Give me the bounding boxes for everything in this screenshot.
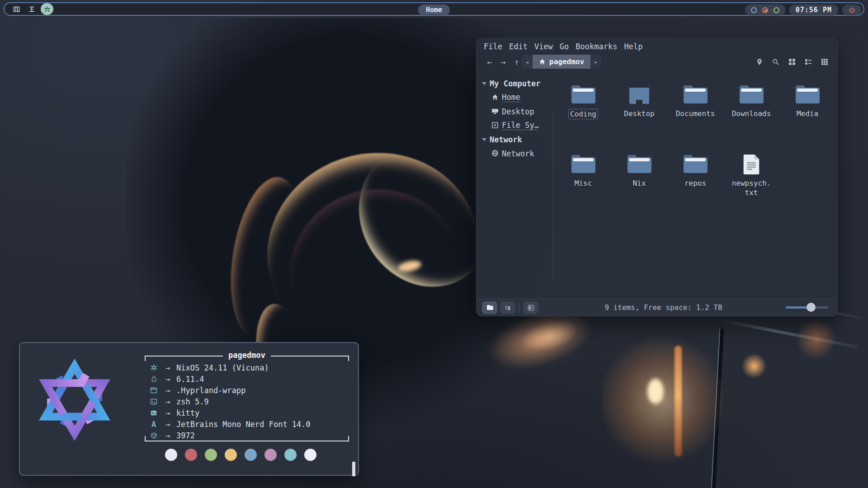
- file-manager-window: File Edit View Go Bookmarks Help ← → ↑ ◂…: [476, 38, 838, 316]
- path-scroll-right-icon[interactable]: ▸: [590, 58, 601, 66]
- sidebar-item-network[interactable]: Network: [476, 146, 553, 160]
- places-sidebar: My Computer Home Desktop: [476, 74, 553, 299]
- back-button[interactable]: ←: [483, 57, 496, 67]
- menu-file[interactable]: File: [484, 42, 502, 51]
- file-repos[interactable]: repos: [667, 153, 723, 223]
- workspace-switcher: [10, 3, 53, 15]
- side-pane-toggle[interactable]: [523, 301, 538, 314]
- file-label: Coding: [568, 109, 598, 119]
- arrow-glyph: →: [159, 431, 176, 440]
- path-bar: ◂ pagedmov ▸: [522, 55, 601, 69]
- toolbar: ← → ↑ ◂ pagedmov ▸: [476, 52, 837, 72]
- terminal-color-palette: [165, 449, 316, 461]
- file-downloads[interactable]: Downloads: [723, 84, 779, 153]
- file-documents[interactable]: Documents: [667, 84, 723, 153]
- tray-indicator-blue[interactable]: [751, 7, 757, 13]
- menu-bookmarks[interactable]: Bookmarks: [576, 42, 617, 51]
- sidebar-item-label: Network: [502, 149, 534, 158]
- tray-indicator-orange[interactable]: [762, 7, 768, 13]
- location-pin-icon[interactable]: [756, 58, 763, 66]
- wallpaper-candle-glow: [601, 330, 723, 470]
- nixos-logo: [32, 356, 118, 441]
- sidebar-item-file-system[interactable]: File Sy…: [476, 118, 553, 132]
- zoom-slider-handle[interactable]: [807, 303, 816, 312]
- home-icon: [539, 58, 546, 65]
- sidebar-item-desktop[interactable]: Desktop: [476, 104, 553, 118]
- top-bar-right: 07:56 PM: [745, 5, 861, 15]
- tree-icon: [505, 305, 511, 311]
- file-coding[interactable]: Coding: [555, 84, 611, 153]
- file-newpsych-txt[interactable]: newpsych.txt: [723, 153, 779, 223]
- path-scroll-left-icon[interactable]: ◂: [522, 58, 533, 66]
- power-button[interactable]: [842, 5, 861, 15]
- file-misc[interactable]: Misc: [555, 153, 611, 223]
- expander-icon[interactable]: [482, 82, 486, 85]
- compact-view-icon[interactable]: [821, 58, 828, 66]
- terminal-icon: [148, 410, 159, 416]
- folder-icon: [794, 84, 821, 105]
- wallpaper-hair-strand: [221, 172, 313, 343]
- drive-icon: [491, 122, 499, 129]
- kernel-value: 6.11.4: [176, 375, 204, 384]
- status-text: 9 items, Free space: 1.2 TB: [541, 303, 786, 312]
- text-file-icon: [738, 153, 764, 175]
- tray-indicator-fill: [764, 9, 767, 12]
- top-bar: Home 07:56 PM: [4, 2, 864, 16]
- menu-edit[interactable]: Edit: [509, 42, 528, 51]
- menu-go[interactable]: Go: [560, 42, 569, 51]
- file-label: Misc: [575, 178, 592, 188]
- workspace-4[interactable]: [10, 3, 23, 15]
- tree-pane-toggle[interactable]: [500, 301, 515, 314]
- places-pane-toggle[interactable]: [482, 301, 497, 314]
- section-label: Network: [490, 135, 522, 144]
- folder-icon: [570, 84, 596, 105]
- font-value: JetBrains Mono Nerd Font 14.0: [176, 420, 311, 429]
- sidebar-section-my-computer[interactable]: My Computer: [476, 76, 553, 90]
- file-label: Media: [797, 109, 818, 118]
- fetch-row-font: A → JetBrains Mono Nerd Font 14.0: [148, 418, 347, 430]
- workspace-6-active[interactable]: [41, 3, 53, 15]
- icon-view-icon[interactable]: [788, 58, 796, 66]
- fastfetch-box: pagedmov → NixOS 24.11 (Vicuna) → 6.11.4: [145, 356, 349, 441]
- sidebar-section-network[interactable]: Network: [476, 132, 553, 146]
- statusbar-separator: [519, 302, 519, 313]
- tray-indicator-green[interactable]: [774, 7, 779, 13]
- path-segment-home[interactable]: pagedmov: [533, 55, 590, 69]
- search-icon[interactable]: [772, 58, 779, 66]
- file-label: Desktop: [624, 109, 654, 118]
- folder-icon: [738, 84, 764, 105]
- system-tray: [745, 5, 785, 15]
- expander-icon[interactable]: [482, 138, 486, 141]
- palette-dot-magenta: [264, 449, 277, 461]
- nix-icon: [148, 364, 159, 371]
- sidebar-item-home[interactable]: Home: [476, 90, 553, 104]
- fetch-row-terminal: → kitty: [148, 407, 347, 418]
- clock[interactable]: 07:56 PM: [789, 5, 838, 15]
- power-icon: [849, 7, 855, 14]
- home-icon: [491, 94, 499, 101]
- window-manager-icon: [148, 387, 159, 394]
- zoom-slider[interactable]: [786, 306, 828, 309]
- path-segment-label: pagedmov: [549, 57, 584, 66]
- wallpaper-face-glow: [397, 259, 422, 273]
- menu-bar: File Edit View Go Bookmarks Help: [476, 38, 837, 52]
- package-icon: [148, 432, 159, 439]
- file-desktop[interactable]: Desktop: [611, 84, 667, 153]
- menu-view[interactable]: View: [534, 42, 553, 51]
- forward-button[interactable]: →: [496, 57, 510, 67]
- workspace-5[interactable]: [25, 3, 38, 15]
- arrow-glyph: →: [159, 420, 176, 429]
- file-media[interactable]: Media: [779, 84, 835, 153]
- sidebar-item-label: Home: [502, 93, 520, 102]
- file-nix[interactable]: Nix: [611, 153, 667, 223]
- terminal-window[interactable]: pagedmov → NixOS 24.11 (Vicuna) → 6.11.4: [19, 342, 359, 476]
- wallpaper-candle-flame: [647, 379, 664, 404]
- menu-help[interactable]: Help: [624, 42, 642, 51]
- folder-icon: [486, 305, 493, 310]
- kanji-four-glyph: [13, 5, 20, 13]
- terminal-cursor: [352, 462, 355, 476]
- wallpaper-hand: [517, 315, 581, 357]
- file-label: Nix: [633, 178, 646, 188]
- list-view-icon[interactable]: [805, 58, 812, 66]
- shell-value: zsh 5.9: [176, 397, 209, 406]
